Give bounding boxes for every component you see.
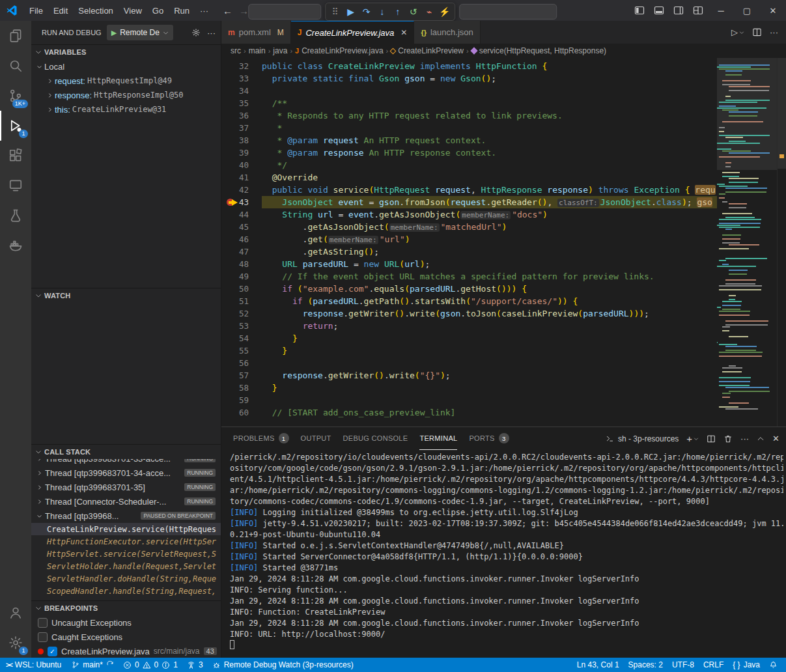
run-and-debug-icon[interactable]: 1 bbox=[0, 111, 31, 141]
breadcrumb-item[interactable]: java bbox=[273, 46, 287, 55]
encoding-item[interactable]: UTF-8 bbox=[667, 658, 699, 672]
editor-tab[interactable]: mpom.xmlM bbox=[221, 21, 291, 44]
debug-config-dropdown[interactable]: ▶ Remote De bbox=[107, 25, 173, 40]
code-line[interactable]: 60 // [START add_ons_case_preview_link] bbox=[221, 406, 717, 419]
panel-tab-terminal[interactable]: TERMINAL bbox=[419, 427, 457, 450]
debug-settings-gear-icon[interactable] bbox=[191, 28, 201, 37]
explorer-icon[interactable] bbox=[0, 21, 31, 51]
code-line[interactable]: 52 response.getWriter().write(gson.toJso… bbox=[221, 307, 717, 320]
breakpoint-row[interactable]: Caught Exceptions bbox=[31, 630, 221, 644]
code-line[interactable]: 51 if (parsedURL.getPath().startsWith("/… bbox=[221, 295, 717, 307]
code-line[interactable]: 55 } bbox=[221, 344, 717, 357]
breadcrumb-item[interactable]: main bbox=[249, 46, 266, 55]
code-area[interactable]: 32public class CreateLinkPreview impleme… bbox=[221, 58, 717, 427]
call-stack-header[interactable]: CALL STACK bbox=[31, 445, 221, 459]
docker-icon[interactable] bbox=[0, 231, 31, 260]
step-out-icon[interactable]: ↑ bbox=[390, 4, 406, 20]
menu-view[interactable]: View bbox=[119, 4, 147, 18]
sidebar-more-actions-icon[interactable]: ··· bbox=[207, 28, 216, 38]
minimap[interactable] bbox=[717, 58, 777, 427]
breakpoint-checkbox[interactable] bbox=[38, 618, 48, 628]
breadcrumb-item[interactable]: CreateLinkPreview bbox=[391, 46, 464, 55]
toggle-sidebar-icon[interactable] bbox=[630, 0, 649, 21]
continue-icon[interactable]: ▶ bbox=[343, 4, 359, 20]
command-center-left[interactable] bbox=[248, 4, 321, 20]
customize-layout-icon[interactable] bbox=[688, 0, 708, 21]
remote-explorer-icon[interactable] bbox=[0, 171, 31, 201]
toggle-secondary-sidebar-icon[interactable] bbox=[669, 0, 688, 21]
code-line[interactable]: 50 if ("example.com".equals(parsedURL.ge… bbox=[221, 283, 717, 295]
code-line[interactable]: 56 bbox=[221, 357, 717, 369]
panel-tab-debug-console[interactable]: DEBUG CONSOLE bbox=[343, 427, 408, 450]
variables-header[interactable]: VARIABLES bbox=[31, 45, 221, 59]
variable-row[interactable]: this:CreateLinkPreview@31 bbox=[31, 102, 221, 117]
stack-frame-row[interactable]: ServletHandler.doHandle(String,Reque bbox=[31, 572, 221, 585]
breakpoints-header[interactable]: BREAKPOINTS bbox=[31, 601, 221, 615]
breakpoint-row[interactable]: Uncaught Exceptions bbox=[31, 615, 221, 630]
remote-indicator[interactable]: >< WSL: Ubuntu bbox=[0, 658, 67, 672]
code-line[interactable]: 41 @Override bbox=[221, 171, 717, 184]
editor-scrollbar[interactable] bbox=[777, 58, 786, 427]
breadcrumb-item[interactable]: src bbox=[231, 46, 241, 55]
close-button[interactable]: ✕ bbox=[760, 0, 786, 21]
terminal-shell-selector[interactable]: sh - 3p-resources bbox=[606, 434, 679, 443]
panel-tab-problems[interactable]: PROBLEMS1 bbox=[233, 427, 289, 450]
stack-frame-row[interactable]: HttpFunctionExecutor.service(HttpSer bbox=[31, 535, 221, 548]
menu-more[interactable]: ··· bbox=[195, 4, 214, 18]
code-line[interactable]: 45 .getAsJsonObject(memberName:"matchedU… bbox=[221, 221, 717, 233]
maximize-panel-icon[interactable] bbox=[757, 435, 765, 443]
extensions-icon[interactable] bbox=[0, 141, 31, 171]
code-line[interactable]: 35 /** bbox=[221, 97, 717, 109]
notifications-bell-icon[interactable] bbox=[765, 658, 782, 672]
code-line[interactable]: 58 } bbox=[221, 382, 717, 394]
code-line[interactable]: 43 JsonObject event = gson.fromJson(requ… bbox=[221, 196, 717, 208]
problems-status-item[interactable]: 0 0 1 bbox=[119, 658, 182, 672]
code-line[interactable]: 47 .getAsString(); bbox=[221, 245, 717, 258]
kill-terminal-icon[interactable] bbox=[723, 434, 733, 443]
toggle-panel-icon[interactable] bbox=[649, 0, 669, 21]
accounts-icon[interactable] bbox=[0, 598, 31, 628]
tab-close-icon[interactable]: ✕ bbox=[400, 28, 407, 37]
menu-run[interactable]: Run bbox=[169, 4, 195, 18]
minimize-button[interactable]: ─ bbox=[708, 0, 734, 21]
split-terminal-icon[interactable] bbox=[707, 434, 716, 443]
step-over-icon[interactable]: ↷ bbox=[359, 4, 374, 20]
call-stack-thread-row[interactable]: Thread [qtp399683701-33-acce...RUNNING bbox=[31, 459, 221, 466]
code-line[interactable]: 53 return; bbox=[221, 320, 717, 332]
hot-code-replace-icon[interactable]: ⚡ bbox=[437, 4, 453, 20]
menu-go[interactable]: Go bbox=[147, 4, 169, 18]
breadcrumb-item[interactable]: JCreateLinkPreview.java bbox=[295, 46, 384, 55]
stack-frame-row[interactable]: ServletHolder.handle(Request,Servlet bbox=[31, 560, 221, 572]
call-stack-thread-row[interactable]: Thread [qtp39968...PAUSED ON BREAKPOINT bbox=[31, 509, 221, 523]
cursor-position-item[interactable]: Ln 43, Col 1 bbox=[572, 658, 624, 672]
breadcrumb-item[interactable]: service(HttpRequest, HttpResponse) bbox=[471, 46, 606, 55]
close-panel-icon[interactable]: ✕ bbox=[772, 434, 779, 443]
git-branch-item[interactable]: main* bbox=[67, 658, 119, 672]
testing-icon[interactable] bbox=[0, 201, 31, 231]
editor-tab[interactable]: JCreateLinkPreview.java✕ bbox=[291, 21, 415, 44]
code-line[interactable]: 54 } bbox=[221, 332, 717, 344]
disconnect-icon[interactable]: ⌁ bbox=[421, 4, 437, 20]
stack-frame-row[interactable]: CreateLinkPreview.service(HttpReques bbox=[31, 523, 221, 535]
search-icon[interactable] bbox=[0, 51, 31, 81]
code-line[interactable]: 33 private static final Gson gson = new … bbox=[221, 72, 717, 85]
start-debug-icon[interactable]: ▶ bbox=[111, 29, 117, 37]
maximize-button[interactable]: ▢ bbox=[734, 0, 760, 21]
source-control-icon[interactable]: 1K+ bbox=[0, 81, 31, 111]
run-java-button[interactable]: ▷ bbox=[731, 27, 744, 37]
panel-tab-output[interactable]: OUTPUT bbox=[301, 427, 331, 450]
breakpoint-checkbox[interactable] bbox=[38, 632, 48, 642]
terminal-output[interactable]: /pierrick/.m2/repository/io/cloudevents/… bbox=[221, 450, 786, 658]
code-line[interactable]: 40 */ bbox=[221, 159, 717, 171]
code-line[interactable]: 42 public void service(HttpRequest reque… bbox=[221, 184, 717, 196]
code-line[interactable]: 36 * Responds to any HTTP request relate… bbox=[221, 109, 717, 122]
back-icon[interactable]: ← bbox=[223, 5, 232, 16]
call-stack-thread-row[interactable]: Thread [qtp399683701-34-acce...RUNNING bbox=[31, 466, 221, 480]
code-line[interactable]: 59 bbox=[221, 394, 717, 406]
breakpoint-row[interactable]: ✓CreateLinkPreview.javasrc/main/java43 bbox=[31, 644, 221, 658]
forwarded-ports-item[interactable]: 3 bbox=[182, 658, 208, 672]
code-line[interactable]: 57 response.getWriter().write("{}"); bbox=[221, 369, 717, 382]
code-line[interactable]: 38 * @param request An HTTP request cont… bbox=[221, 134, 717, 147]
breakpoint-checkbox[interactable]: ✓ bbox=[48, 647, 57, 656]
code-editor[interactable]: 32public class CreateLinkPreview impleme… bbox=[221, 58, 786, 427]
